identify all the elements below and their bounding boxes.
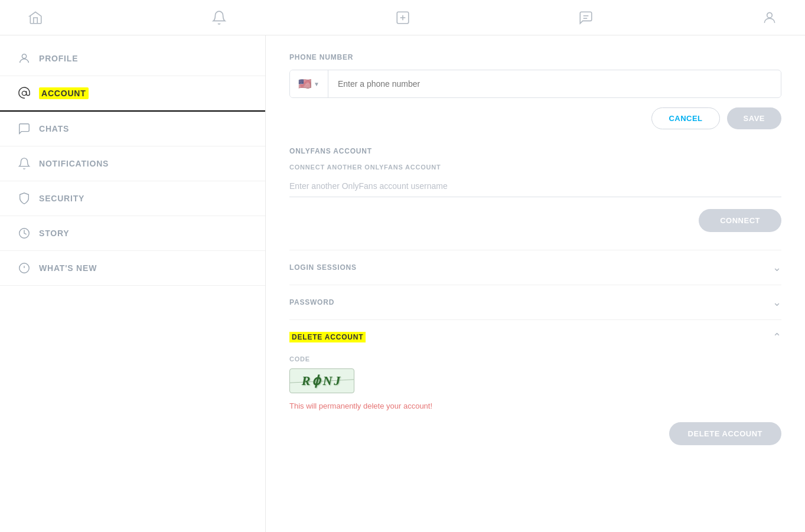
sidebar: PROFILE ACCOUNT CHATS NOTIFICATIONS SECU…: [0, 35, 266, 532]
delete-chevron-icon: ⌃: [773, 331, 781, 344]
sidebar-notifications-label: NOTIFICATIONS: [39, 159, 109, 168]
cancel-button[interactable]: CANCEL: [651, 107, 719, 129]
delete-account-section: DELETE ACCOUNT ⌃ CODE RɸNJ This will per…: [289, 319, 781, 456]
person-icon: [18, 52, 31, 65]
user-profile-icon[interactable]: [758, 6, 781, 30]
phone-flag-select[interactable]: 🇺🇸 ▼: [290, 70, 328, 97]
delete-account-label: DELETE ACCOUNT: [289, 332, 366, 342]
connect-button[interactable]: CONNECT: [699, 209, 781, 232]
chat-icon[interactable]: [574, 6, 598, 30]
onlyfans-section-label: ONLYFANS ACCOUNT: [289, 147, 781, 155]
sidebar-story-label: STORY: [39, 229, 69, 238]
sidebar-item-whats-new[interactable]: WHAT'S NEW: [0, 251, 265, 286]
captcha-image[interactable]: RɸNJ: [289, 368, 354, 393]
delete-account-button[interactable]: DELETE ACCOUNT: [669, 422, 781, 445]
sidebar-item-notifications[interactable]: NOTIFICATIONS: [0, 146, 265, 181]
phone-number-label: PHONE NUMBER: [289, 53, 781, 61]
phone-input[interactable]: [328, 71, 781, 97]
at-icon: [18, 87, 31, 100]
password-chevron-icon: ⌄: [773, 296, 781, 309]
delete-section-header[interactable]: DELETE ACCOUNT ⌃: [289, 331, 781, 344]
flag-chevron-icon: ▼: [314, 81, 320, 87]
login-sessions-section[interactable]: LOGIN SESSIONS ⌄: [289, 250, 781, 285]
delete-actions: DELETE ACCOUNT: [289, 422, 781, 445]
sidebar-chats-label: CHATS: [39, 124, 69, 133]
delete-warning-text: This will permanently delete your accoun…: [289, 402, 781, 410]
flag-emoji: 🇺🇸: [298, 77, 311, 90]
svg-point-7: [22, 91, 26, 95]
shield-icon: [18, 192, 31, 205]
whats-new-icon: [18, 262, 31, 275]
phone-number-section: PHONE NUMBER 🇺🇸 ▼ CANCEL SAVE: [289, 53, 781, 129]
delete-section-body: CODE RɸNJ This will permanently delete y…: [289, 355, 781, 445]
onlyfans-section: ONLYFANS ACCOUNT CONNECT ANOTHER ONLYFAN…: [289, 147, 781, 232]
bell-icon[interactable]: [207, 6, 231, 30]
connect-actions: CONNECT: [289, 209, 781, 232]
sidebar-item-security[interactable]: SECURITY: [0, 181, 265, 216]
plus-icon[interactable]: [391, 6, 415, 30]
login-sessions-chevron-icon: ⌄: [773, 261, 781, 274]
svg-point-5: [767, 12, 773, 18]
home-icon[interactable]: [24, 6, 47, 30]
sidebar-item-chats[interactable]: CHATS: [0, 112, 265, 146]
login-sessions-label: LOGIN SESSIONS: [289, 263, 357, 272]
sidebar-item-profile[interactable]: PROFILE: [0, 41, 265, 76]
top-nav: [0, 0, 805, 35]
code-label: CODE: [289, 355, 781, 363]
password-section[interactable]: PASSWORD ⌄: [289, 285, 781, 319]
main-content: PHONE NUMBER 🇺🇸 ▼ CANCEL SAVE ONLYFANS A…: [266, 35, 805, 532]
phone-actions: CANCEL SAVE: [289, 107, 781, 129]
sidebar-item-account[interactable]: ACCOUNT: [0, 76, 265, 112]
sidebar-account-label: ACCOUNT: [39, 87, 89, 99]
notifications-icon: [18, 157, 31, 170]
chats-icon: [18, 122, 31, 135]
story-icon: [18, 227, 31, 240]
svg-point-6: [22, 54, 26, 58]
sidebar-item-story[interactable]: STORY: [0, 216, 265, 251]
sidebar-profile-label: PROFILE: [39, 54, 78, 63]
connect-username-input[interactable]: [289, 175, 781, 197]
sidebar-whats-new-label: WHAT'S NEW: [39, 263, 97, 273]
phone-input-row: 🇺🇸 ▼: [289, 70, 781, 98]
save-button[interactable]: SAVE: [727, 107, 781, 129]
connect-another-label: CONNECT ANOTHER ONLYFANS ACCOUNT: [289, 164, 781, 171]
sidebar-security-label: SECURITY: [39, 194, 84, 203]
password-label: PASSWORD: [289, 298, 334, 306]
